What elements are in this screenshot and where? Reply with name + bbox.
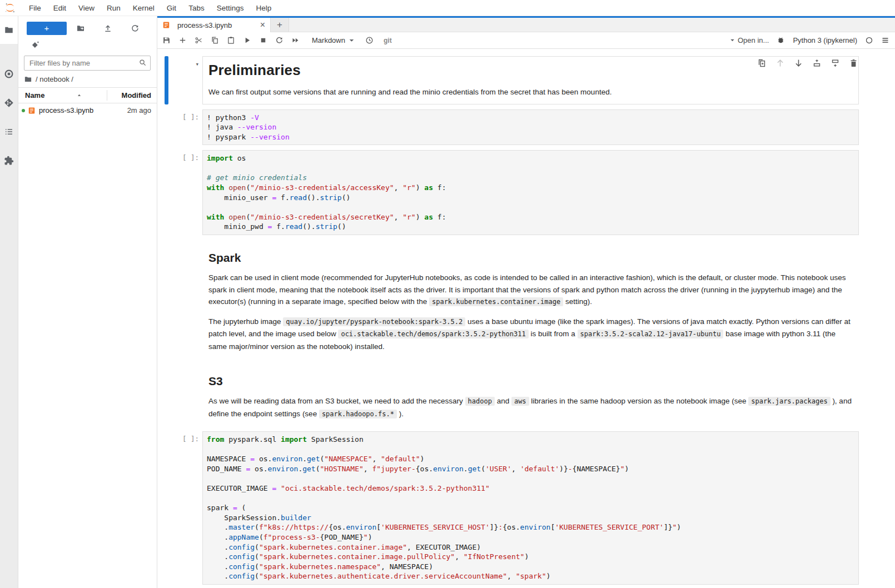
- insert-cell-below-button[interactable]: [831, 58, 840, 68]
- git-clone-button[interactable]: [18, 36, 157, 52]
- cell-collapser[interactable]: [165, 109, 168, 146]
- cell-collapser[interactable]: [165, 363, 168, 426]
- git-clone-icon: [32, 41, 39, 49]
- code-line: [207, 445, 854, 455]
- markdown-cell[interactable]: ▾PreliminariesWe can first output some v…: [165, 56, 859, 104]
- code-cell[interactable]: [ ]:! python3 -V! java --version! pyspar…: [165, 109, 859, 146]
- code-editor[interactable]: ! python3 -V! java --version! pyspark --…: [202, 109, 859, 146]
- dock-panel: process-s3.ipynb × + Markdown git: [157, 16, 895, 588]
- new-folder-button[interactable]: [67, 24, 94, 33]
- sidebar-tab-file-browser[interactable]: [0, 16, 18, 44]
- save-button[interactable]: [162, 36, 171, 44]
- breadcrumb[interactable]: / notebook /: [18, 71, 157, 87]
- markdown-heading: S3: [208, 375, 853, 388]
- cell-collapser[interactable]: [165, 240, 168, 358]
- duplicate-cell-button[interactable]: [757, 58, 767, 68]
- collapse-heading-icon[interactable]: ▾: [195, 61, 199, 68]
- folder-icon: [4, 25, 14, 35]
- code-line: spark = (: [207, 503, 854, 513]
- code-line: .config("spark.kubernetes.container.imag…: [207, 542, 854, 552]
- kernel-name[interactable]: Python 3 (ipykernel): [793, 36, 857, 44]
- menu-view[interactable]: View: [72, 4, 101, 12]
- menu-settings[interactable]: Settings: [211, 4, 250, 12]
- notebook-toolbar: Markdown git Open in... Python 3 (ipyker…: [157, 32, 895, 49]
- sidebar-tab-git[interactable]: [0, 88, 18, 117]
- menu-items: FileEditViewRunKernelGitTabsSettingsHelp: [23, 3, 277, 13]
- kernel-status-icon[interactable]: [865, 36, 873, 44]
- menu-git[interactable]: Git: [161, 4, 182, 12]
- git-toolbar-label[interactable]: git: [384, 37, 392, 44]
- upload-icon: [103, 24, 112, 33]
- cell-timing-button[interactable]: [365, 36, 374, 44]
- code-line: import os: [207, 153, 854, 163]
- activity-bar: [0, 16, 18, 588]
- column-modified[interactable]: Modified: [107, 90, 151, 101]
- tab-title: process-s3.ipynb: [177, 21, 232, 29]
- inline-code: spark.kubernetes.container.image: [429, 297, 563, 306]
- column-name[interactable]: Name: [25, 91, 102, 99]
- file-row[interactable]: process-s3.ipynb2m ago: [18, 103, 157, 117]
- markdown-heading: Preliminaries: [208, 62, 853, 79]
- move-cell-up-button[interactable]: [775, 58, 785, 68]
- menu-file[interactable]: File: [23, 4, 47, 12]
- menu-run[interactable]: Run: [101, 4, 127, 12]
- menu-tabs[interactable]: Tabs: [182, 4, 211, 12]
- chevron-down-icon: [348, 37, 355, 44]
- interrupt-kernel-button[interactable]: [259, 36, 267, 44]
- file-name: process-s3.ipynb: [39, 106, 127, 114]
- new-tab-button[interactable]: +: [271, 18, 289, 32]
- code-cell[interactable]: [ ]:import os # get minio credentialswit…: [165, 150, 859, 235]
- cell-collapser[interactable]: [165, 150, 168, 235]
- cell-collapser[interactable]: [165, 431, 168, 585]
- run-cell-button[interactable]: [243, 36, 251, 44]
- tab-bar: process-s3.ipynb × +: [157, 16, 895, 32]
- delete-cell-button[interactable]: [849, 58, 858, 68]
- insert-cell-above-button[interactable]: [812, 58, 822, 68]
- restart-run-all-button[interactable]: [291, 36, 300, 44]
- menu-kernel[interactable]: Kernel: [127, 4, 161, 12]
- list-icon: [4, 127, 14, 137]
- code-line: [207, 163, 854, 173]
- code-line: [207, 494, 854, 504]
- cell-type-dropdown[interactable]: Markdown: [312, 36, 355, 44]
- close-tab-icon[interactable]: ×: [260, 21, 265, 29]
- insert-cell-button[interactable]: [178, 36, 187, 44]
- sidebar-tab-running-sessions[interactable]: [0, 59, 18, 88]
- move-cell-down-button[interactable]: [794, 58, 803, 68]
- cell-toolbar: [757, 58, 858, 68]
- new-folder-icon: [76, 24, 85, 33]
- tab-process-s3[interactable]: process-s3.ipynb ×: [157, 18, 271, 32]
- search-icon: [138, 58, 147, 68]
- code-cell[interactable]: [ ]:from pyspark.sql import SparkSession…: [165, 431, 859, 585]
- markdown-cell[interactable]: S3As we will be reading data from an S3 …: [165, 363, 859, 426]
- sidebar-tab-extension-manager[interactable]: [0, 146, 18, 175]
- menu-edit[interactable]: Edit: [47, 4, 72, 12]
- filter-files-input[interactable]: [24, 56, 151, 71]
- copy-cells-button[interactable]: [211, 36, 219, 44]
- breadcrumb-path[interactable]: / notebook /: [36, 75, 73, 83]
- open-in-dropdown[interactable]: Open in...: [729, 36, 769, 44]
- cell-prompt: [ ]:: [168, 150, 202, 235]
- code-editor[interactable]: from pyspark.sql import SparkSession NAM…: [202, 431, 859, 585]
- paste-cells-button[interactable]: [227, 36, 235, 44]
- code-line: .master(f"k8s://https://{os.environ['KUB…: [207, 522, 854, 532]
- menu-help[interactable]: Help: [250, 4, 277, 12]
- cut-cells-button[interactable]: [195, 36, 203, 44]
- upload-button[interactable]: [94, 24, 121, 33]
- puzzle-icon: [4, 156, 14, 166]
- sort-ascending-icon: [77, 91, 82, 99]
- more-menu-icon[interactable]: [881, 36, 889, 44]
- sidebar-tab-table-of-contents[interactable]: [0, 117, 18, 146]
- cell-prompt: [168, 240, 202, 358]
- restart-kernel-button[interactable]: [275, 36, 284, 44]
- refresh-file-list-button[interactable]: [122, 24, 149, 33]
- debugger-bug-icon[interactable]: [777, 36, 785, 44]
- inline-code: aws: [511, 397, 529, 406]
- markdown-paragraph: We can first output some versions that a…: [208, 86, 853, 98]
- new-launcher-button[interactable]: +: [27, 22, 67, 35]
- markdown-cell[interactable]: SparkSpark can be used in client mode (r…: [165, 240, 859, 358]
- cell-prompt: [168, 363, 202, 426]
- code-editor[interactable]: import os # get minio credentialswith op…: [202, 150, 859, 235]
- cell-collapser[interactable]: [165, 56, 168, 104]
- inline-code: spark.hadoopo.fs.*: [319, 410, 397, 418]
